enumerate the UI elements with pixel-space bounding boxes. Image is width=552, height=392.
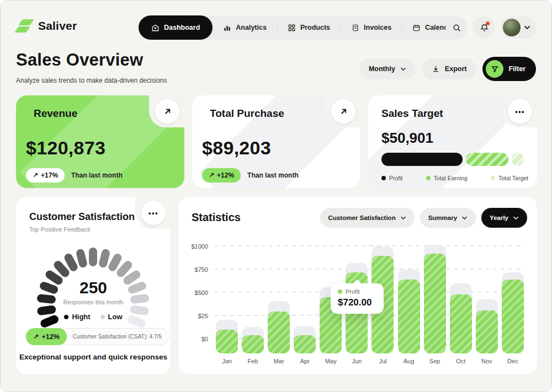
chart-profit-bar-apr[interactable] (294, 335, 316, 353)
open-total-purchase-button[interactable] (331, 99, 355, 123)
period-label: Monthly (369, 65, 395, 73)
x-axis-label-jun: Jun (346, 358, 368, 367)
gauge-legend: Hight Low (16, 313, 171, 321)
filter-button[interactable]: Filter (482, 57, 536, 81)
chevron-down-icon (524, 25, 530, 30)
nav-item-dashboard[interactable]: Dashboard (139, 15, 213, 40)
search-icon (452, 23, 461, 33)
chart-profit-bar-oct[interactable] (450, 294, 472, 353)
export-button[interactable]: Export (422, 58, 476, 79)
filter-label: Filter (508, 65, 526, 73)
satisfaction-footer: Exceptional support and quick responses (16, 353, 171, 361)
avatar (503, 19, 521, 36)
revenue-card: Revenue $120,873 ↗ +17% Than last month (16, 95, 184, 188)
open-revenue-button[interactable] (155, 99, 179, 123)
chart-profit-bar-nov[interactable] (476, 310, 498, 353)
chevron-down-icon (400, 216, 406, 220)
sales-target-menu-button[interactable]: ••• (508, 99, 532, 123)
x-axis-label-sep: Sep (424, 358, 446, 367)
summary-dropdown[interactable]: Summary (420, 208, 476, 228)
csat-score: Customer Satisfaction (CSAT): 4.7/5 (59, 328, 169, 345)
chart-tooltip: Profit $720.00 (331, 283, 384, 314)
chart-profit-bar-jan[interactable] (216, 330, 238, 353)
ellipsis-icon: ••• (515, 108, 525, 116)
x-axis-label-aug: Aug (398, 358, 420, 367)
brand-name: Saliver (38, 19, 77, 33)
tooltip-label: Profit (346, 288, 360, 295)
arrow-up-right-icon (163, 108, 172, 116)
total-purchase-card: Total Purchase $89,203 ↗ +12% Than last … (192, 95, 360, 188)
user-menu[interactable] (501, 17, 536, 39)
legend-dot-total-earning (426, 176, 431, 180)
gauge-value: 250 (16, 278, 171, 297)
legend-label: Low (108, 313, 123, 321)
x-axis-label-apr: Apr (294, 358, 316, 367)
bar-group-feb (242, 235, 264, 353)
trend-up-icon: ↗ (33, 332, 39, 341)
statistics-bar-chart: $1000$750$500$25$0 Profit $720.00 JanFeb… (188, 235, 525, 367)
bar-group-jan (216, 235, 238, 353)
nav-item-products[interactable]: Products (277, 15, 341, 40)
chart-profit-bar-sep[interactable] (424, 254, 446, 353)
trend-badge: ↗ +17% (26, 168, 65, 182)
csat-row: ↗ +12% Customer Satisfaction (CSAT): 4.7… (26, 328, 169, 345)
bar-group-nov (476, 235, 498, 353)
bar-group-aug (398, 235, 420, 353)
csat-badge-value: +12% (41, 333, 59, 341)
app-window: Saliver Dashboard Analytics Products Inv… (0, 0, 552, 392)
x-axis-label-feb: Feb (242, 358, 264, 367)
card-title: Customer Satisfaction (29, 211, 135, 223)
trend-note: Than last month (71, 171, 123, 179)
search-button[interactable] (445, 17, 468, 39)
chart-profit-bar-mar[interactable] (268, 312, 290, 353)
notifications-button[interactable] (473, 17, 495, 39)
gauge-value-label: Responses this month (16, 299, 171, 305)
bar-group-dec (502, 235, 524, 353)
funnel-icon (486, 60, 503, 78)
progress-segment-profit (381, 153, 463, 166)
range-dropdown[interactable]: Yearly (481, 208, 527, 228)
page-subtitle: Analyze sales trends to make data-driven… (16, 77, 167, 84)
ellipsis-icon: ••• (148, 209, 158, 217)
calendar-icon (412, 24, 421, 32)
saliver-logo-icon (16, 18, 33, 34)
top-actions (445, 17, 536, 39)
download-icon (432, 65, 440, 73)
tooltip-series-dot (338, 289, 342, 294)
chart-profit-bar-dec[interactable] (502, 280, 524, 353)
page-title: Sales Overview (16, 50, 143, 70)
trend-badge: ↗ +12% (202, 168, 241, 182)
revenue-value: $120,873 (26, 137, 105, 159)
chevron-down-icon (400, 67, 406, 71)
nav-label: Analytics (236, 24, 267, 31)
nav-label: Invoices (364, 24, 391, 31)
statistics-card: Statistics Customer Satisfaction Summary… (178, 197, 537, 374)
card-subtitle: Top Positive Feedback (29, 226, 91, 233)
period-dropdown[interactable]: Monthly (359, 58, 416, 79)
nav-item-invoices[interactable]: Invoices (341, 15, 402, 40)
statistics-filters: Customer Satisfaction Summary Yearly (320, 208, 527, 228)
metric-dropdown[interactable]: Customer Satisfaction (320, 208, 415, 228)
y-axis-tick: $750 (195, 266, 208, 273)
progress-segment-total-earning (466, 153, 508, 166)
summary-label: Summary (428, 214, 457, 221)
nav-item-analytics[interactable]: Analytics (213, 15, 277, 40)
main-nav: Dashboard Analytics Products Invoices Ca… (139, 15, 465, 40)
legend-dot-low (100, 315, 105, 319)
chart-profit-bar-aug[interactable] (398, 280, 420, 353)
sales-target-progress (381, 153, 524, 166)
bar-group-mar (268, 235, 290, 353)
nav-label: Dashboard (164, 24, 200, 31)
brand: Saliver (16, 18, 77, 34)
legend-dot-hight (64, 315, 68, 319)
trend-badge-value: +17% (41, 171, 58, 179)
export-label: Export (445, 65, 467, 73)
trend-badge-value: +12% (217, 171, 234, 179)
gauge-segment-8 (89, 248, 97, 266)
chart-profit-bar-feb[interactable] (242, 335, 264, 353)
x-axis-label-dec: Dec (502, 358, 524, 367)
trend-note: Than last month (247, 171, 299, 179)
card-title: Total Purchase (210, 108, 284, 120)
satisfaction-menu-button[interactable]: ••• (141, 201, 166, 225)
invoice-icon (351, 24, 359, 32)
